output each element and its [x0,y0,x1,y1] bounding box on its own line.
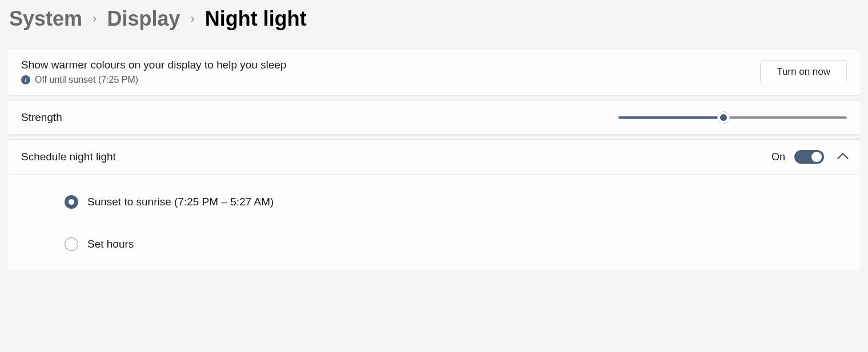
strength-slider[interactable] [618,116,847,119]
radio-set-hours-label: Set hours [87,238,134,250]
toggle-state-label: On [771,151,785,163]
chevron-right-icon: › [93,11,97,26]
strength-card: Strength [7,100,861,135]
schedule-label: Schedule night light [21,151,116,163]
status-text: Off until sunset (7:25 PM) [35,75,138,85]
chevron-right-icon: › [190,11,194,26]
description-title: Show warmer colours on your display to h… [21,59,287,71]
breadcrumb-current: Night light [205,7,307,31]
radio-sunset-label: Sunset to sunrise (7:25 PM – 5:27 AM) [87,196,274,208]
info-icon: i [21,75,30,84]
strength-label: Strength [21,111,62,124]
radio-unselected-icon [65,237,78,251]
breadcrumb-system[interactable]: System [9,7,82,31]
radio-sunset-to-sunrise[interactable]: Sunset to sunrise (7:25 PM – 5:27 AM) [65,195,847,209]
radio-set-hours[interactable]: Set hours [65,237,847,251]
slider-thumb[interactable] [717,111,730,124]
radio-selected-icon [65,195,78,209]
breadcrumb-display[interactable]: Display [107,7,180,31]
schedule-toggle[interactable] [794,150,824,164]
schedule-card: Schedule night light On Sunset to sunris… [7,139,861,272]
chevron-up-icon[interactable] [837,153,849,164]
turn-on-now-button[interactable]: Turn on now [760,60,847,83]
description-card: Show warmer colours on your display to h… [7,48,861,96]
breadcrumb: System › Display › Night light [7,7,861,31]
schedule-options-panel: Sunset to sunrise (7:25 PM – 5:27 AM) Se… [7,174,861,272]
